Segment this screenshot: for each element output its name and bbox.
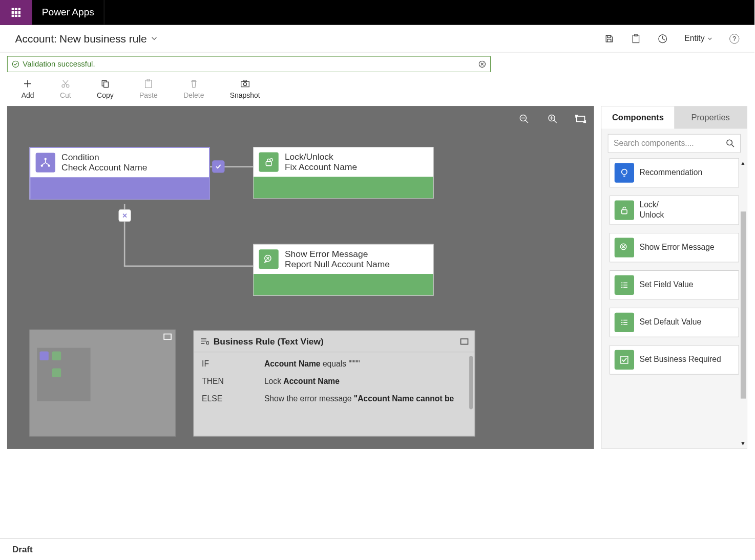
svg-rect-13 xyxy=(244,80,246,82)
scrollbar[interactable] xyxy=(469,356,473,409)
lock-icon xyxy=(259,153,278,172)
node-title: Fix Account Name xyxy=(285,162,357,173)
fit-to-screen-button[interactable] xyxy=(576,116,585,122)
trash-icon xyxy=(190,78,198,89)
else-clause: Show the error message "Account Name can… xyxy=(264,394,454,403)
component-label: Set Business Required xyxy=(639,355,721,365)
app-launcher-button[interactable] xyxy=(0,0,32,25)
rule-name: New business rule xyxy=(59,32,147,45)
paste-button[interactable]: Paste xyxy=(139,78,158,100)
svg-rect-25 xyxy=(622,210,627,214)
zoom-in-button[interactable] xyxy=(548,114,557,124)
zoom-out-button[interactable] xyxy=(519,114,529,124)
component-set-default-value[interactable]: Set Default Value xyxy=(610,308,739,337)
svg-rect-8 xyxy=(104,82,109,87)
snapshot-button[interactable]: Snapshot xyxy=(230,78,260,100)
svg-point-22 xyxy=(206,341,209,344)
svg-point-24 xyxy=(622,169,627,175)
delete-button[interactable]: Delete xyxy=(183,78,204,100)
svg-point-12 xyxy=(243,82,246,85)
lightbulb-icon xyxy=(615,163,634,182)
component-label: Set Default Value xyxy=(639,317,701,327)
component-recommendation[interactable]: Recommendation xyxy=(610,158,739,187)
scope-label: Entity xyxy=(684,34,704,43)
node-title: Report Null Account Name xyxy=(285,259,390,269)
chevron-down-icon xyxy=(707,36,712,41)
search-icon xyxy=(726,139,735,147)
search-components-input[interactable]: Search components.... xyxy=(608,134,741,153)
error-icon xyxy=(615,238,634,257)
scroll-down-arrow[interactable]: ▼ xyxy=(740,440,745,446)
validation-banner: Validation successful. xyxy=(7,56,491,72)
text-view-icon xyxy=(200,337,209,346)
component-label: Lock/ Unlock xyxy=(639,201,664,220)
status-text: Draft xyxy=(12,545,33,555)
save-button[interactable] xyxy=(604,34,614,44)
node-type: Condition xyxy=(61,153,147,163)
component-label: Recommendation xyxy=(639,168,702,178)
condition-node[interactable]: Condition Check Account Name xyxy=(29,147,209,200)
error-message-node[interactable]: Show Error Message Report Null Account N… xyxy=(253,244,433,296)
app-title: Power Apps xyxy=(32,0,104,25)
else-keyword: ELSE xyxy=(202,394,228,403)
component-label: Show Error Message xyxy=(639,243,714,252)
false-branch-chip xyxy=(118,209,131,222)
component-lock-unlock[interactable]: Lock/ Unlock xyxy=(610,196,739,225)
status-bar: Draft xyxy=(0,539,755,560)
popout-icon[interactable] xyxy=(163,334,172,340)
svg-rect-27 xyxy=(621,356,628,363)
checkbox-icon xyxy=(615,350,634,370)
scope-dropdown[interactable]: Entity xyxy=(684,34,712,43)
search-placeholder: Search components.... xyxy=(614,139,694,148)
text-view-title: Business Rule (Text View) xyxy=(214,336,324,347)
node-drop-zone[interactable] xyxy=(30,177,209,199)
camera-icon xyxy=(240,78,250,89)
cut-button[interactable]: Cut xyxy=(60,78,71,100)
check-circle-icon xyxy=(12,60,19,68)
validate-button[interactable] xyxy=(631,34,641,44)
then-keyword: THEN xyxy=(202,377,228,386)
activate-button[interactable] xyxy=(658,34,667,44)
node-title: Check Account Name xyxy=(61,163,147,173)
tab-properties[interactable]: Properties xyxy=(674,106,747,129)
error-icon xyxy=(259,249,278,269)
then-clause: Lock Account Name xyxy=(264,377,340,386)
minimap-viewport xyxy=(37,348,90,401)
if-clause: Account Name equals """" xyxy=(264,359,360,369)
svg-rect-19 xyxy=(266,162,271,166)
page-header: Account: New business rule Entity ? xyxy=(0,25,754,53)
minimap[interactable] xyxy=(29,330,175,437)
component-label: Set Field Value xyxy=(639,280,693,290)
node-drop-zone[interactable] xyxy=(254,177,433,198)
true-branch-chip xyxy=(212,160,224,173)
plus-icon xyxy=(23,78,32,89)
close-banner-button[interactable] xyxy=(478,60,486,68)
scroll-up-arrow[interactable]: ▲ xyxy=(740,160,745,166)
help-button[interactable]: ? xyxy=(729,34,739,44)
copy-icon xyxy=(101,78,110,89)
component-set-business-required[interactable]: Set Business Required xyxy=(610,345,739,374)
list-icon xyxy=(615,275,634,295)
global-top-bar: Power Apps xyxy=(0,0,754,25)
designer-canvas[interactable]: Condition Check Account Name xyxy=(7,106,594,449)
node-type: Show Error Message xyxy=(285,249,390,259)
node-drop-zone[interactable] xyxy=(254,274,433,295)
business-rule-text-view: Business Rule (Text View) IF Account Nam… xyxy=(194,331,475,437)
connector xyxy=(124,266,253,267)
paste-icon xyxy=(144,78,153,89)
tab-components[interactable]: Components xyxy=(602,106,675,129)
lock-icon xyxy=(615,201,634,220)
component-set-field-value[interactable]: Set Field Value xyxy=(610,270,739,299)
node-type: Lock/Unlock xyxy=(285,152,357,162)
lock-unlock-node[interactable]: Lock/Unlock Fix Account Name xyxy=(253,147,433,199)
scrollbar[interactable] xyxy=(741,211,746,398)
scissors-icon xyxy=(61,78,70,89)
add-button[interactable]: Add xyxy=(22,78,34,100)
popout-icon[interactable] xyxy=(460,338,469,344)
svg-point-20 xyxy=(270,159,272,161)
copy-button[interactable]: Copy xyxy=(97,78,114,100)
rule-title-dropdown[interactable]: Account: New business rule xyxy=(15,32,158,45)
component-show-error[interactable]: Show Error Message xyxy=(610,233,739,262)
chevron-down-icon xyxy=(151,35,157,41)
list-icon xyxy=(615,313,634,332)
